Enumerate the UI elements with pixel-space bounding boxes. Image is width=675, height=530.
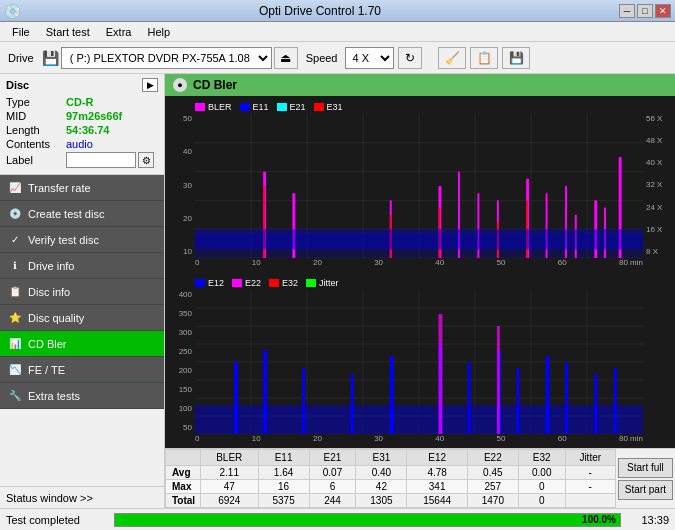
fe-te-icon: 📉 bbox=[8, 363, 22, 377]
stat-total-label: Total bbox=[166, 494, 201, 508]
x-10: 10 bbox=[252, 258, 261, 272]
drive-info-icon: ℹ bbox=[8, 259, 22, 273]
stat-max-bler: 47 bbox=[201, 480, 259, 494]
nav-fe-te[interactable]: 📉 FE / TE bbox=[0, 357, 164, 383]
nav-verify-test-disc[interactable]: ✓ Verify test disc bbox=[0, 227, 164, 253]
top-yr-16: 16 X bbox=[646, 225, 662, 234]
menu-help[interactable]: Help bbox=[139, 24, 178, 40]
legend-e11-label: E11 bbox=[253, 102, 269, 112]
bx-10: 10 bbox=[252, 434, 261, 448]
disc-mid-value: 97m26s66f bbox=[66, 110, 122, 122]
top-chart: BLER E11 E21 E31 bbox=[165, 96, 675, 272]
top-yr-24: 24 X bbox=[646, 203, 662, 212]
legend-e22-label: E22 bbox=[245, 278, 261, 288]
start-part-button[interactable]: Start part bbox=[618, 480, 673, 500]
stat-avg-e21: 0.07 bbox=[309, 466, 356, 480]
stat-avg-e12: 4.78 bbox=[407, 466, 467, 480]
clear-button[interactable]: 🧹 bbox=[438, 47, 466, 69]
bx-0: 0 bbox=[195, 434, 199, 448]
bx-60: 60 bbox=[558, 434, 567, 448]
legend-e11: E11 bbox=[240, 102, 269, 112]
top-chart-svg-wrap bbox=[195, 114, 643, 258]
speed-label: Speed bbox=[302, 52, 342, 64]
menu-start-test[interactable]: Start test bbox=[38, 24, 98, 40]
disc-label-input[interactable] bbox=[66, 152, 136, 168]
svg-rect-62 bbox=[438, 314, 442, 434]
legend-jitter-color bbox=[306, 279, 316, 287]
top-yr-32: 32 X bbox=[646, 180, 662, 189]
bot-y-400: 400 bbox=[179, 290, 192, 299]
window-controls: ─ □ ✕ bbox=[619, 4, 671, 18]
legend-e12: E12 bbox=[195, 278, 224, 288]
legend-e31-label: E31 bbox=[327, 102, 343, 112]
nav-fe-te-label: FE / TE bbox=[28, 364, 65, 376]
bottom-chart-legend: E12 E22 E32 Jitter bbox=[165, 276, 675, 290]
status-window-label: Status window >> bbox=[6, 492, 93, 504]
stat-max-e21: 6 bbox=[309, 480, 356, 494]
eject-button[interactable]: ⏏ bbox=[274, 47, 298, 69]
svg-rect-49 bbox=[234, 362, 238, 434]
nav-disc-quality[interactable]: ⭐ Disc quality bbox=[0, 305, 164, 331]
minimize-button[interactable]: ─ bbox=[619, 4, 635, 18]
bot-y-100: 100 bbox=[179, 404, 192, 413]
menu-extra[interactable]: Extra bbox=[98, 24, 140, 40]
stat-total-e31: 1305 bbox=[356, 494, 407, 508]
stats-avg-row: Avg 2.11 1.64 0.07 0.40 4.78 0.45 0.00 - bbox=[166, 466, 616, 480]
main-area: Disc ▶ Type CD-R MID 97m26s66f Length 54… bbox=[0, 74, 675, 508]
stat-max-e31: 42 bbox=[356, 480, 407, 494]
stats-total-row: Total 6924 5375 244 1305 15644 1470 0 bbox=[166, 494, 616, 508]
nav-cd-bler[interactable]: 📊 CD Bler bbox=[0, 331, 164, 357]
x-40: 40 bbox=[435, 258, 444, 272]
nav-disc-info-label: Disc info bbox=[28, 286, 70, 298]
maximize-button[interactable]: □ bbox=[637, 4, 653, 18]
disc-label-label: Label bbox=[6, 154, 66, 166]
top-chart-y-right: 56 X 48 X 40 X 32 X 24 X 16 X 8 X bbox=[643, 114, 675, 258]
bottom-chart-x-axis: 0 10 20 30 40 50 60 80 min bbox=[195, 434, 643, 448]
stat-max-label: Max bbox=[166, 480, 201, 494]
nav-disc-quality-label: Disc quality bbox=[28, 312, 84, 324]
menu-file[interactable]: File bbox=[4, 24, 38, 40]
copy-button[interactable]: 📋 bbox=[470, 47, 498, 69]
bot-y-200: 200 bbox=[179, 366, 192, 375]
nav-drive-info[interactable]: ℹ Drive info bbox=[0, 253, 164, 279]
disc-type-value: CD-R bbox=[66, 96, 94, 108]
legend-e21-color bbox=[277, 103, 287, 111]
status-window-button[interactable]: Status window >> bbox=[0, 486, 164, 508]
save-button[interactable]: 💾 bbox=[502, 47, 530, 69]
stat-avg-e22: 0.45 bbox=[467, 466, 518, 480]
drive-select[interactable]: ( P:) PLEXTOR DVDR PX-755A 1.08 bbox=[61, 47, 272, 69]
nav-transfer-rate[interactable]: 📈 Transfer rate bbox=[0, 175, 164, 201]
nav-drive-info-label: Drive info bbox=[28, 260, 74, 272]
legend-e11-color bbox=[240, 103, 250, 111]
toolbar: Drive 💾 ( P:) PLEXTOR DVDR PX-755A 1.08 … bbox=[0, 42, 675, 74]
titlebar: 💿 Opti Drive Control 1.70 ─ □ ✕ bbox=[0, 0, 675, 22]
legend-e31-color bbox=[314, 103, 324, 111]
close-button[interactable]: ✕ bbox=[655, 4, 671, 18]
drive-label: Drive bbox=[4, 52, 38, 64]
nav-extra-tests[interactable]: 🔧 Extra tests bbox=[0, 383, 164, 409]
svg-rect-58 bbox=[546, 356, 550, 434]
x-20: 20 bbox=[313, 258, 322, 272]
top-chart-x-axis: 0 10 20 30 40 50 60 80 min bbox=[195, 258, 643, 272]
stat-total-e22: 1470 bbox=[467, 494, 518, 508]
svg-rect-61 bbox=[614, 368, 617, 434]
stat-max-e22: 257 bbox=[467, 480, 518, 494]
disc-contents-value: audio bbox=[66, 138, 93, 150]
disc-arrow-button[interactable]: ▶ bbox=[142, 78, 158, 92]
nav-create-test-disc[interactable]: 💿 Create test disc bbox=[0, 201, 164, 227]
col-header-e22: E22 bbox=[467, 450, 518, 466]
stat-max-e12: 341 bbox=[407, 480, 467, 494]
bx-30: 30 bbox=[374, 434, 383, 448]
disc-label-icon-button[interactable]: ⚙ bbox=[138, 152, 154, 168]
svg-rect-60 bbox=[594, 374, 597, 434]
start-full-button[interactable]: Start full bbox=[618, 458, 673, 478]
speed-select[interactable]: 4 X 8 X 16 X Max bbox=[345, 47, 394, 69]
svg-rect-52 bbox=[351, 374, 354, 434]
top-yr-48: 48 X bbox=[646, 136, 662, 145]
col-header-e32: E32 bbox=[518, 450, 565, 466]
bx-40: 40 bbox=[435, 434, 444, 448]
stat-total-e11: 5375 bbox=[258, 494, 309, 508]
refresh-button[interactable]: ↻ bbox=[398, 47, 422, 69]
top-chart-legend: BLER E11 E21 E31 bbox=[165, 100, 675, 114]
nav-disc-info[interactable]: 📋 Disc info bbox=[0, 279, 164, 305]
